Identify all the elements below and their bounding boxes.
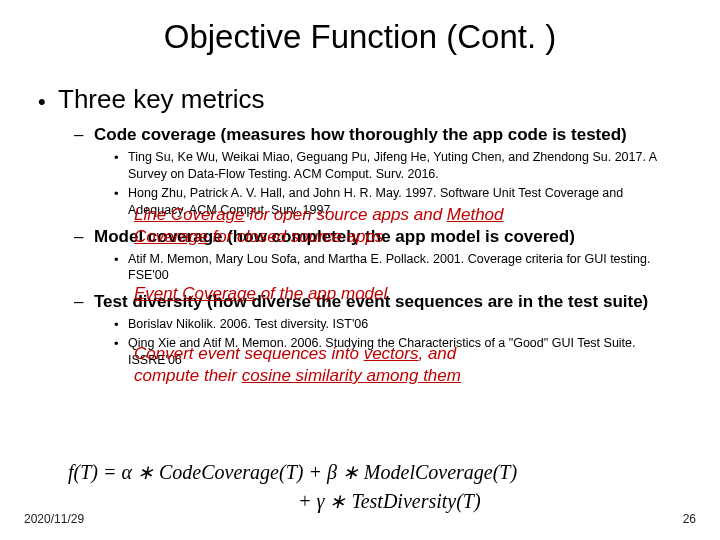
footer-date: 2020/11/29 <box>24 512 84 526</box>
overlay-annotation: compute their cosine similarity among th… <box>134 366 461 386</box>
reference-item: Borislav Nikolik. 2006. Test diversity. … <box>128 316 670 333</box>
formula: f(T) = α ∗ CodeCoverage(T) + β ∗ ModelCo… <box>68 458 517 516</box>
overlay-annotation: Convert event sequences into vectors, an… <box>134 344 456 364</box>
reference-item: Ting Su, Ke Wu, Weikai Miao, Geguang Pu,… <box>128 149 670 183</box>
formula-line2: + γ ∗ TestDiversity(T) <box>68 487 517 516</box>
formula-line1: f(T) = α ∗ CodeCoverage(T) + β ∗ ModelCo… <box>68 458 517 487</box>
overlay-annotation: Line Coverage for open source apps and M… <box>134 205 504 225</box>
refs-model-coverage: Atif M. Memon, Mary Lou Sofa, and Martha… <box>114 251 670 285</box>
slide-title: Objective Function (Cont. ) <box>50 18 670 56</box>
sub-heading-code-coverage: Code coverage (measures how thoroughly t… <box>74 125 670 145</box>
main-bullet-text: Three key metrics <box>58 84 265 114</box>
main-bullet: Three key metrics <box>38 84 670 115</box>
reference-item: Atif M. Memon, Mary Lou Sofa, and Martha… <box>128 251 670 285</box>
overlay-annotation: Coverage for closed source apps <box>134 227 383 247</box>
footer-page-number: 26 <box>683 512 696 526</box>
overlay-annotation: Event Coverage of the app model <box>134 284 387 304</box>
